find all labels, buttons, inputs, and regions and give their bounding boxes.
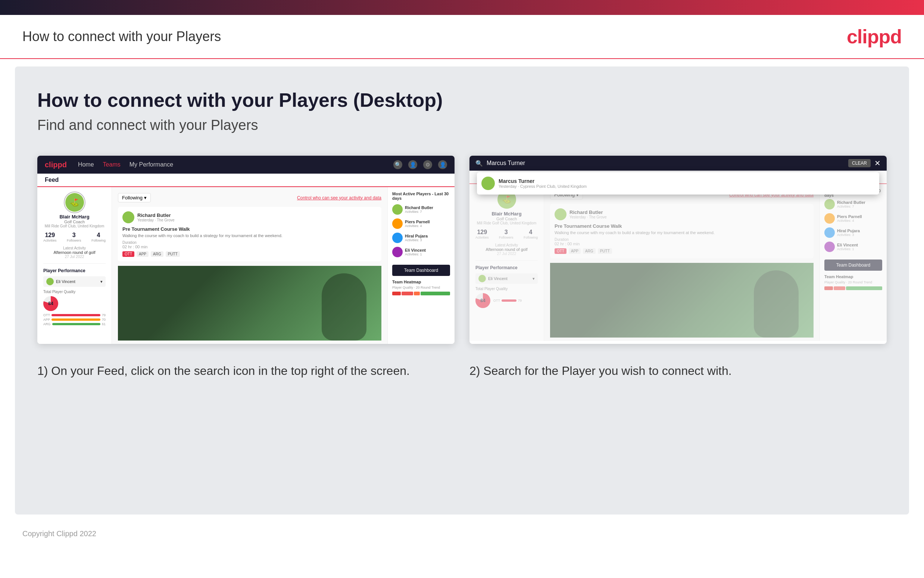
app-ui-2: 🔍 Marcus Turner CLEAR ✕ Marcus Turner Ye… [469, 156, 887, 341]
search-input-2[interactable]: Marcus Turner [487, 160, 845, 167]
stat-followers-2: 3 Followers [499, 229, 513, 239]
player-item-eli-1: Eli Vincent Activities: 1 [392, 247, 450, 257]
main-content: How to connect with your Players (Deskto… [15, 67, 909, 515]
activity-duration-1: Duration 02 hr : 00 min [122, 240, 377, 249]
activity-desc-1: Walking the course with my coach to buil… [122, 233, 377, 238]
heatmap-title-1: Team Heatmap [392, 280, 450, 284]
player-avatar-hiral-2 [824, 227, 835, 238]
player-perf-title-2: Player Performance [476, 265, 538, 270]
player-selector-1[interactable]: Eli Vincent ▾ [43, 276, 105, 287]
result-avatar-2 [481, 177, 495, 190]
profile-icon-1[interactable]: 👤 [408, 160, 417, 169]
instruction-step2: 2) Search for the Player you wish to con… [469, 362, 887, 379]
team-dashboard-btn-1[interactable]: Team Dashboard [392, 265, 450, 276]
middle-panel-2: Following ▾ Control who can see your act… [544, 184, 819, 341]
heatmap-bar-1 [392, 292, 450, 295]
player-avatar-richard-2 [824, 199, 835, 209]
profile-name-1: Blair McHarg [43, 214, 105, 219]
heatmap-bar-2 [824, 286, 882, 290]
stat-following-2: 4 Following [524, 229, 538, 239]
player-avatar-richard-1 [392, 204, 403, 215]
tag-putt-1: PUTT [166, 251, 180, 257]
right-panel-2: Most Active Players - Last 30 days Richa… [819, 184, 887, 341]
profile-club-1: Mill Ride Golf Club, United Kingdom [43, 224, 105, 228]
player-tiny-avatar-2 [478, 275, 486, 282]
activity-title-2: Pre Tournament Course Walk [555, 223, 809, 229]
close-button-2[interactable]: ✕ [874, 159, 881, 168]
heatmap-title-2: Team Heatmap [824, 274, 882, 279]
settings-icon-1[interactable]: ⚙ [423, 160, 432, 169]
stat-activities-1: 129 Activities [43, 232, 57, 242]
player-perf-2: Player Performance Eli Vincent ▾ Total P… [476, 265, 538, 310]
left-panel-2: ⛳ Blair McHarg Golf Coach Mill Ride Golf… [469, 184, 544, 341]
tag-ott-2: OTT [555, 248, 566, 254]
quality-circle-2: 84 [476, 293, 490, 308]
player-info-richard-1: Richard Butler Activities: 7 [405, 205, 433, 214]
player-selector-2: Eli Vincent ▾ [476, 273, 538, 284]
tag-ott-1: OTT [122, 251, 134, 257]
user-info-2: Richard Butler Yesterday · The Grove [570, 209, 607, 219]
latest-activity-1: Latest Activity Afternoon round of golf … [43, 246, 105, 259]
instruction-step1: 1) On your Feed, click on the search ico… [37, 362, 455, 379]
following-header-1: Following ▾ Control who can see your act… [118, 193, 381, 202]
golfer-silhouette-2 [754, 270, 799, 338]
stat-followers-1: 3 Followers [67, 232, 81, 242]
heatmap-seg-4 [421, 292, 450, 295]
activity-user-row-1: Richard Butler Yesterday · The Grove [122, 211, 377, 223]
heatmap-seg-3 [414, 292, 420, 295]
nav-performance-1[interactable]: My Performance [129, 161, 173, 168]
header: How to connect with your Players clippd [0, 15, 924, 59]
player-item-eli-2: Eli Vincent Activities: 1 [824, 242, 882, 252]
player-avatar-piers-2 [824, 213, 835, 224]
clear-button-2[interactable]: CLEAR [848, 159, 871, 167]
nav-home-1[interactable]: Home [78, 161, 94, 168]
stats-row-1: 129 Activities 3 Followers 4 Following [43, 232, 105, 242]
nav-items-1: Home Teams My Performance [78, 161, 173, 168]
copyright-text: Copyright Clippd 2022 [23, 529, 96, 538]
dropdown-icon-following: ▾ [144, 195, 147, 201]
search-icon-2: 🔍 [476, 160, 483, 167]
screenshot2: 🔍 Marcus Turner CLEAR ✕ Marcus Turner Ye… [469, 156, 887, 344]
profile-club-2: Mill Ride Golf Club, United Kingdom [476, 221, 538, 225]
player-item-richard-1: Richard Butler Activities: 7 [392, 204, 450, 215]
instructions-row: 1) On your Feed, click on the search ico… [37, 362, 887, 379]
team-dashboard-btn-2: Team Dashboard [824, 260, 882, 271]
feed-tab-1[interactable]: Feed [37, 174, 455, 187]
tag-app-1: APP [137, 251, 149, 257]
search-bar-overlay-2: 🔍 Marcus Turner CLEAR ✕ [469, 156, 887, 170]
player-item-richard-2: Richard Butler Activities: 7 [824, 199, 882, 209]
header-title: How to connect with your Players [23, 29, 221, 44]
search-result-item-2[interactable]: Marcus Turner Yesterday · Cypress Point … [481, 177, 875, 190]
search-icon-1[interactable]: 🔍 [393, 160, 402, 169]
player-info-eli-1: Eli Vincent Activities: 1 [405, 248, 426, 256]
result-meta-2: Yesterday · Cypress Point Club, United K… [498, 184, 587, 188]
stat-activities-2: 129 Activities [476, 229, 489, 239]
tag-putt-2: PUTT [598, 248, 612, 254]
quality-bars-1: OTT 79 APP 70 ARG [43, 313, 105, 326]
golfer-image-1 [118, 266, 381, 341]
main-subtitle: Find and connect with your Players [37, 117, 887, 133]
avatar-1: ⛳ [65, 193, 84, 212]
activity-title-1: Pre Tournament Course Walk [122, 226, 377, 232]
app-body-2: ⛳ Blair McHarg Golf Coach Mill Ride Golf… [469, 184, 887, 341]
player-info-hiral-1: Hiral Pujara Activities: 3 [405, 234, 428, 242]
user-avatar-icon-1[interactable]: 👤 [438, 160, 447, 169]
following-button-1[interactable]: Following ▾ [118, 193, 151, 202]
heatmap-seg-1 [392, 292, 401, 295]
user-avatar-2 [555, 208, 566, 220]
most-active-title-1: Most Active Players - Last 30 days [392, 192, 450, 201]
nav-teams-1[interactable]: Teams [103, 161, 121, 168]
tags-row-1: OTT APP ARG PUTT [122, 251, 377, 257]
tags-row-2: OTT APP ARG PUTT [555, 248, 809, 254]
player-item-piers-2: Piers Parnell Activities: 4 [824, 213, 882, 224]
footer: Copyright Clippd 2022 [0, 522, 924, 546]
player-avatar-piers-1 [392, 218, 403, 229]
activity-user-row-2: Richard Butler Yesterday · The Grove [555, 208, 809, 220]
player-avatar-hiral-1 [392, 233, 403, 243]
latest-activity-2: Latest Activity Afternoon round of golf … [476, 243, 538, 256]
top-bar [0, 0, 924, 15]
control-link-1[interactable]: Control who can see your activity and da… [297, 195, 381, 201]
activity-item-1: Richard Butler Yesterday · The Grove Pre… [118, 207, 381, 261]
heatmap-sub-1: Player Quality · 20 Round Trend [392, 286, 450, 289]
activity-duration-2: Duration 02 hr : 00 min [555, 237, 809, 246]
